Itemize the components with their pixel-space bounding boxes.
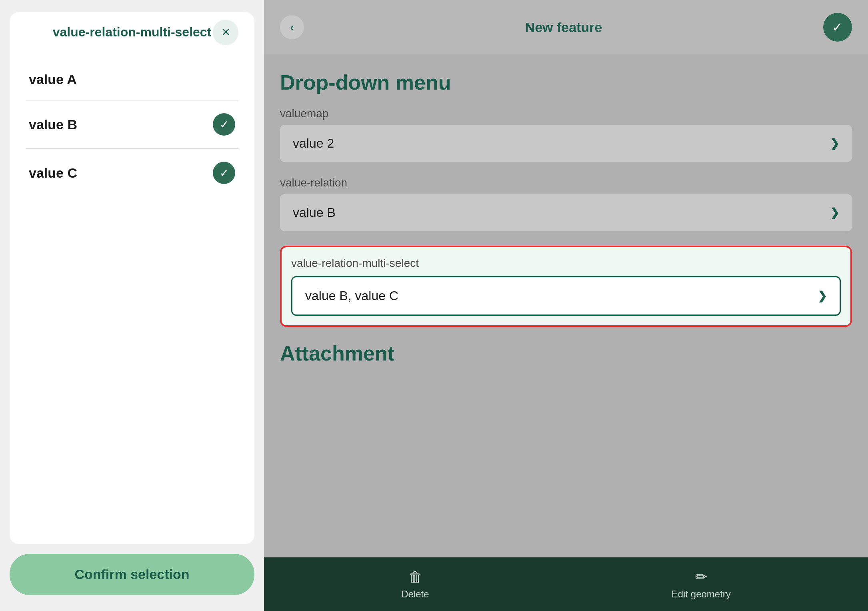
close-icon: ✕ (221, 26, 230, 39)
right-content: Drop-down menu valuemap value 2 ❯ value-… (264, 54, 868, 557)
multi-select-value: value B, value C (305, 288, 398, 303)
option-label-c: value C (29, 165, 77, 181)
option-item-c[interactable]: value C ✓ (26, 149, 238, 197)
right-panel: ‹ New feature ✓ Drop-down menu valuemap … (264, 0, 868, 611)
attachment-title: Attachment (280, 341, 852, 365)
confirm-selection-button[interactable]: Confirm selection (10, 554, 254, 595)
delete-label: Delete (401, 589, 429, 600)
confirm-button-wrap: Confirm selection (0, 544, 264, 611)
option-label-a: value A (29, 72, 77, 87)
highlighted-multi-select-field: value-relation-multi-select value B, val… (280, 246, 852, 327)
left-panel: value-relation-multi-select ✕ value A va… (0, 0, 264, 611)
multi-select-dropdown[interactable]: value B, value C ❯ (291, 276, 841, 316)
multi-select-label: value-relation-multi-select (291, 257, 841, 270)
value-relation-label: value-relation (280, 176, 852, 189)
back-icon: ‹ (290, 20, 294, 34)
attachment-section: Attachment (280, 341, 852, 365)
option-item-a[interactable]: value A (26, 59, 238, 100)
right-header: ‹ New feature ✓ (264, 0, 868, 54)
header-confirm-button[interactable]: ✓ (823, 13, 852, 42)
modal-header: value-relation-multi-select ✕ (26, 25, 238, 40)
valuemap-value: value 2 (293, 136, 334, 151)
valuemap-chevron-icon: ❯ (830, 137, 839, 150)
delete-button[interactable]: 🗑 Delete (401, 569, 429, 600)
options-list: value A value B ✓ value C ✓ (26, 59, 238, 531)
back-button[interactable]: ‹ (280, 15, 304, 39)
dropdown-menu-title: Drop-down menu (280, 70, 852, 94)
option-label-b: value B (29, 117, 77, 132)
check-circle-b: ✓ (213, 113, 235, 136)
valuemap-label: valuemap (280, 107, 852, 120)
valuemap-dropdown[interactable]: value 2 ❯ (280, 125, 852, 162)
close-button[interactable]: ✕ (213, 20, 238, 45)
option-item-b[interactable]: value B ✓ (26, 100, 238, 149)
bottom-bar: 🗑 Delete ✏ Edit geometry (264, 557, 868, 611)
delete-icon: 🗑 (408, 569, 422, 585)
value-relation-chevron-icon: ❯ (830, 206, 839, 219)
value-relation-dropdown[interactable]: value B ❯ (280, 194, 852, 231)
edit-geometry-icon: ✏ (695, 569, 707, 585)
check-icon-b: ✓ (220, 118, 229, 131)
check-circle-c: ✓ (213, 162, 235, 184)
modal-card: value-relation-multi-select ✕ value A va… (10, 12, 254, 544)
multi-select-chevron-icon: ❯ (818, 289, 827, 302)
edit-geometry-button[interactable]: ✏ Edit geometry (672, 569, 731, 600)
edit-geometry-label: Edit geometry (672, 589, 731, 600)
value-relation-value: value B (293, 205, 336, 220)
modal-title: value-relation-multi-select (53, 25, 212, 40)
confirm-check-icon: ✓ (832, 20, 843, 35)
header-title: New feature (525, 20, 602, 35)
check-icon-c: ✓ (220, 166, 229, 180)
